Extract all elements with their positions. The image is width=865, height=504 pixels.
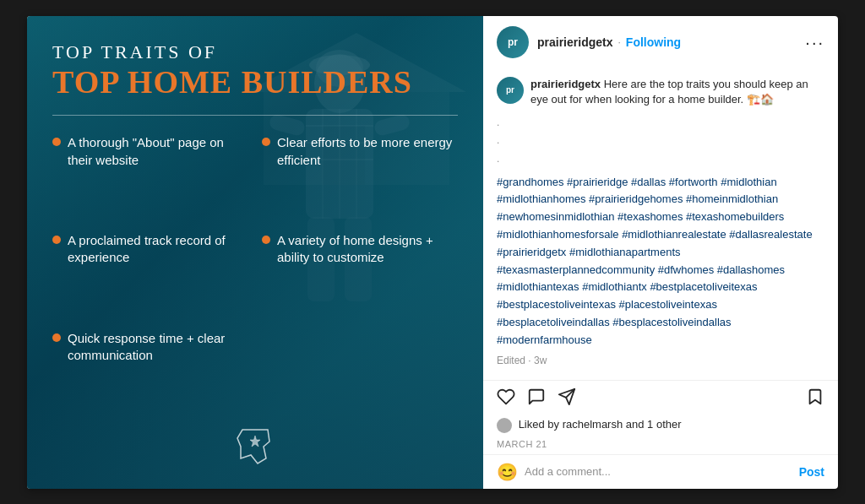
ig-date: MARCH 21 [483,438,838,454]
bullet-dot-3 [52,236,61,244]
image-panel: TOP TRAITS OF TOP HOME BUILDERS A thorou… [27,16,483,489]
ig-hashtags: #grandhomes #prairieridge #dallas #fortw… [497,174,824,350]
bullet-dot-1 [52,138,61,146]
comment-placeholder[interactable]: Add a comment... [525,465,792,478]
post-button[interactable]: Post [799,465,824,479]
bullet-dot-4 [262,236,270,244]
trait-text-5: Quick response time + clear communicatio… [68,330,248,365]
ig-following-button[interactable]: Following [626,35,681,49]
share-icon[interactable] [558,387,576,411]
trait-text-3: A proclaimed track record of experience [68,232,248,267]
ig-more-button[interactable]: ··· [805,34,824,51]
ig-dots-decoration: ... [497,112,824,171]
traits-grid: A thorough "About" page on their website… [52,134,458,415]
top-title: TOP TRAITS OF [52,41,458,63]
emoji-icon[interactable]: 😊 [497,462,518,482]
ig-caption-username[interactable]: prairieridgetx [530,78,601,90]
ig-edited-label: Edited · 3w [497,355,824,366]
main-title: TOP HOME BUILDERS [52,65,458,100]
trait-text-4: A variety of home designs + ability to c… [277,232,458,267]
trait-item-2: Clear efforts to be more energy efficien… [262,134,458,220]
divider-line [52,115,458,116]
like-icon[interactable] [497,387,515,411]
bookmark-icon[interactable] [806,387,824,411]
ig-header: pr prairieridgetx · Following ··· [483,16,838,68]
trait-item-4: A variety of home designs + ability to c… [262,232,458,318]
ig-comment-section: 😊 Add a comment... Post [483,454,838,489]
trait-item-1: A thorough "About" page on their website [52,134,248,220]
ig-separator-dot: · [617,36,620,48]
trait-text-1: A thorough "About" page on their website [68,134,248,169]
trait-text-2: Clear efforts to be more energy efficien… [277,134,458,169]
instagram-card: TOP TRAITS OF TOP HOME BUILDERS A thorou… [27,16,838,489]
texas-logo [52,423,458,472]
ig-likes: Liked by rachelmarsh and 1 other [483,416,838,438]
bullet-dot-5 [52,333,61,342]
svg-marker-17 [250,436,260,447]
ig-caption-header: pr prairieridgetx Here are the top trait… [497,77,824,107]
ig-username[interactable]: prairieridgetx [537,35,612,49]
trait-item-3: A proclaimed track record of experience [52,232,248,318]
comment-icon[interactable] [527,387,546,411]
bullet-dot-2 [262,138,270,146]
image-overlay: TOP TRAITS OF TOP HOME BUILDERS A thorou… [27,16,483,489]
ig-action-icons [497,387,806,411]
ig-likes-avatar [497,418,512,433]
ig-actions-bar [483,380,838,416]
instagram-panel: pr prairieridgetx · Following ··· pr pra… [483,16,838,489]
ig-caption-avatar: pr [497,77,524,104]
ig-username-row: prairieridgetx · Following [537,35,805,49]
ig-likes-text: Liked by rachelmarsh and 1 other [519,418,682,431]
ig-header-avatar: pr [497,26,529,58]
ig-caption-text: prairieridgetx Here are the top traits y… [530,77,824,107]
ig-caption-section: pr prairieridgetx Here are the top trait… [483,68,838,380]
trait-item-5: Quick response time + clear communicatio… [52,330,248,416]
